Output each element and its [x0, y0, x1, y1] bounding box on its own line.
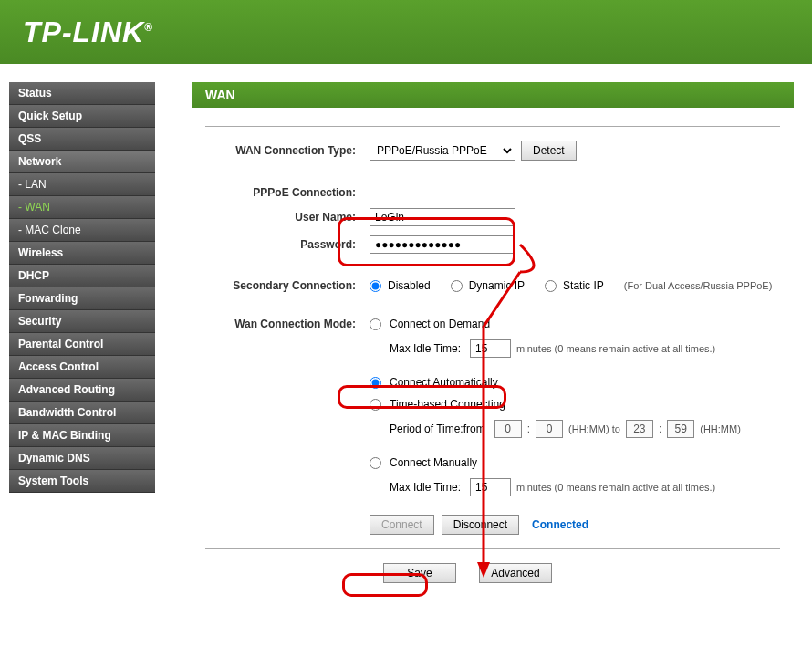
sidebar-item-network[interactable]: Network [9, 151, 155, 173]
sidebar-item-qss[interactable]: QSS [9, 128, 155, 151]
period-to-m[interactable] [667, 420, 694, 438]
password-label: Password: [205, 238, 370, 251]
secondary-disabled-label: Disabled [388, 279, 431, 292]
period-label: Period of Time:from [390, 423, 485, 435]
secondary-static-label: Static IP [563, 279, 604, 292]
main-content: WAN WAN Connection Type: PPPoE/Russia PP… [164, 64, 812, 601]
secondary-help: (For Dual Access/Russia PPPoE) [624, 280, 773, 291]
sidebar-item-advanced-routing[interactable]: Advanced Routing [9, 379, 155, 402]
username-label: User Name: [205, 211, 370, 224]
mode-label: Wan Connection Mode: [205, 318, 370, 330]
conn-type-label: WAN Connection Type: [205, 144, 370, 157]
mode-manual-label: Connect Manually [390, 456, 477, 469]
secondary-dynamic-label: Dynamic IP [469, 279, 525, 292]
username-input[interactable] [370, 208, 515, 226]
mode-auto-label: Connect Automatically [390, 376, 498, 389]
idle-help-1: minutes (0 means remain active at all ti… [516, 343, 715, 354]
sidebar-sub-wan[interactable]: - WAN [9, 196, 155, 219]
password-input[interactable] [370, 235, 515, 254]
sidebar-item-dynamic-dns[interactable]: Dynamic DNS [9, 447, 155, 470]
connect-button[interactable]: Connect [370, 515, 434, 535]
logo: TP-LINK® [23, 16, 153, 49]
period-to-h[interactable] [626, 420, 653, 438]
idle-input-1[interactable] [470, 339, 511, 358]
save-button[interactable]: Save [383, 563, 456, 583]
sidebar-item-ip-mac-binding[interactable]: IP & MAC Binding [9, 424, 155, 447]
detect-button[interactable]: Detect [521, 141, 577, 161]
period-from-h[interactable] [494, 420, 522, 438]
mode-demand-label: Connect on Demand [390, 318, 490, 330]
idle-label-1: Max Idle Time: [390, 342, 461, 355]
sidebar-item-dhcp[interactable]: DHCP [9, 265, 155, 287]
mode-time-radio[interactable] [370, 399, 381, 411]
sidebar-item-quick-setup[interactable]: Quick Setup [9, 105, 155, 128]
period-hhmm: (HH:MM) [700, 423, 741, 434]
idle-help-2: minutes (0 means remain active at all ti… [516, 482, 715, 493]
sidebar-item-system-tools[interactable]: System Tools [9, 470, 155, 493]
conn-type-select[interactable]: PPPoE/Russia PPPoE [370, 141, 515, 161]
disconnect-button[interactable]: Disconnect [442, 515, 519, 535]
sidebar: Status Quick Setup QSS Network - LAN - W… [0, 64, 164, 601]
secondary-label: Secondary Connection: [205, 279, 370, 292]
period-from-m[interactable] [536, 420, 563, 438]
pppoe-section-label: PPPoE Connection: [205, 186, 370, 199]
sidebar-item-security[interactable]: Security [9, 310, 155, 333]
secondary-disabled-radio[interactable] [370, 280, 381, 292]
sidebar-item-forwarding[interactable]: Forwarding [9, 287, 155, 310]
sidebar-item-access-control[interactable]: Access Control [9, 356, 155, 379]
period-hhmm-to: (HH:MM) to [568, 423, 620, 434]
mode-auto-radio[interactable] [370, 377, 381, 389]
sidebar-item-bandwidth-control[interactable]: Bandwidth Control [9, 402, 155, 424]
header: TP-LINK® [0, 0, 812, 64]
sidebar-sub-mac-clone[interactable]: - MAC Clone [9, 219, 155, 242]
sidebar-item-parental-control[interactable]: Parental Control [9, 333, 155, 356]
advanced-button[interactable]: Advanced [479, 563, 552, 583]
page-title: WAN [192, 82, 794, 108]
secondary-static-radio[interactable] [545, 280, 557, 292]
mode-demand-radio[interactable] [370, 318, 381, 330]
idle-input-2[interactable] [470, 478, 511, 496]
sidebar-item-wireless[interactable]: Wireless [9, 242, 155, 265]
connection-status: Connected [532, 518, 588, 531]
sidebar-item-status[interactable]: Status [9, 82, 155, 105]
idle-label-2: Max Idle Time: [390, 481, 461, 494]
mode-time-label: Time-based Connecting [390, 398, 505, 411]
secondary-dynamic-radio[interactable] [451, 280, 463, 292]
mode-manual-radio[interactable] [370, 457, 381, 469]
sidebar-sub-lan[interactable]: - LAN [9, 173, 155, 196]
